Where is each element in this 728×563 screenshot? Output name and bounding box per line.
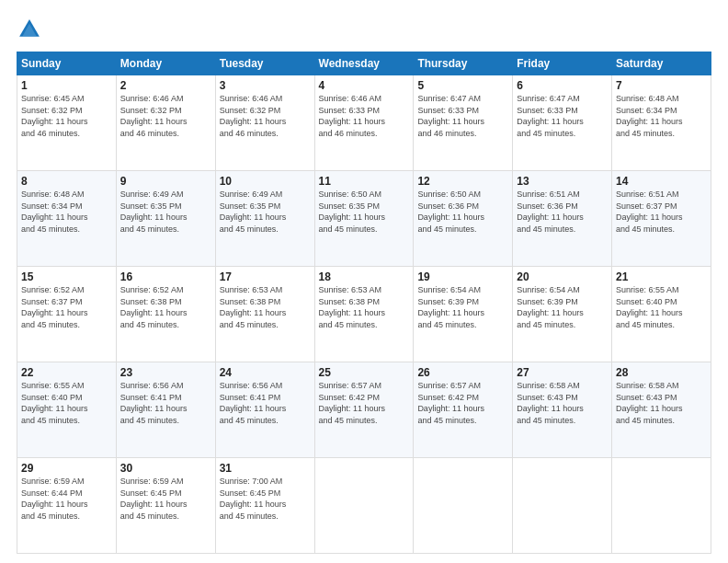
day-number: 6 — [517, 79, 608, 92]
day-number: 23 — [120, 366, 211, 379]
day-number: 13 — [517, 175, 608, 188]
calendar-cell: 30 Sunrise: 6:59 AMSunset: 6:45 PMDaylig… — [116, 458, 215, 554]
calendar-cell: 27 Sunrise: 6:58 AMSunset: 6:43 PMDaylig… — [513, 362, 612, 458]
calendar-table: SundayMondayTuesdayWednesdayThursdayFrid… — [17, 52, 711, 554]
calendar-cell: 13 Sunrise: 6:51 AMSunset: 6:36 PMDaylig… — [513, 171, 612, 267]
calendar-cell: 9 Sunrise: 6:49 AMSunset: 6:35 PMDayligh… — [116, 171, 215, 267]
weekday-label: Tuesday — [215, 52, 314, 75]
day-detail: Sunrise: 6:52 AMSunset: 6:38 PMDaylight:… — [120, 285, 188, 329]
calendar-cell: 2 Sunrise: 6:46 AMSunset: 6:32 PMDayligh… — [116, 75, 215, 171]
logo-icon — [17, 17, 42, 42]
weekday-label: Friday — [513, 52, 612, 75]
weekday-label: Sunday — [17, 52, 117, 75]
day-number: 4 — [319, 79, 410, 92]
calendar-cell — [612, 458, 711, 554]
day-detail: Sunrise: 6:56 AMSunset: 6:41 PMDaylight:… — [120, 381, 188, 425]
calendar-cell: 26 Sunrise: 6:57 AMSunset: 6:42 PMDaylig… — [414, 362, 513, 458]
calendar-cell: 14 Sunrise: 6:51 AMSunset: 6:37 PMDaylig… — [612, 171, 711, 267]
calendar-cell: 10 Sunrise: 6:49 AMSunset: 6:35 PMDaylig… — [215, 171, 314, 267]
day-number: 30 — [120, 462, 211, 475]
logo — [17, 17, 44, 42]
calendar-week-row: 1 Sunrise: 6:45 AMSunset: 6:32 PMDayligh… — [17, 75, 711, 171]
calendar-cell: 4 Sunrise: 6:46 AMSunset: 6:33 PMDayligh… — [314, 75, 414, 171]
calendar-cell: 18 Sunrise: 6:53 AMSunset: 6:38 PMDaylig… — [314, 267, 414, 362]
day-number: 12 — [417, 175, 508, 188]
day-number: 16 — [120, 270, 211, 283]
day-detail: Sunrise: 6:59 AMSunset: 6:44 PMDaylight:… — [21, 477, 88, 521]
day-number: 17 — [220, 270, 311, 283]
day-number: 28 — [616, 366, 707, 379]
day-number: 10 — [220, 175, 311, 188]
calendar-cell: 31 Sunrise: 7:00 AMSunset: 6:45 PMDaylig… — [215, 458, 314, 554]
day-number: 11 — [319, 175, 410, 188]
day-detail: Sunrise: 6:50 AMSunset: 6:36 PMDaylight:… — [417, 190, 484, 234]
weekday-label: Saturday — [612, 52, 711, 75]
day-detail: Sunrise: 6:46 AMSunset: 6:33 PMDaylight:… — [319, 94, 386, 138]
day-number: 27 — [517, 366, 608, 379]
calendar-cell: 1 Sunrise: 6:45 AMSunset: 6:32 PMDayligh… — [17, 75, 117, 171]
calendar-body: 1 Sunrise: 6:45 AMSunset: 6:32 PMDayligh… — [17, 75, 711, 554]
day-detail: Sunrise: 6:57 AMSunset: 6:42 PMDaylight:… — [417, 381, 484, 425]
day-number: 29 — [21, 462, 112, 475]
day-detail: Sunrise: 6:51 AMSunset: 6:37 PMDaylight:… — [616, 190, 683, 234]
calendar-cell: 8 Sunrise: 6:48 AMSunset: 6:34 PMDayligh… — [17, 171, 117, 267]
calendar-header: SundayMondayTuesdayWednesdayThursdayFrid… — [17, 52, 711, 75]
calendar-cell: 23 Sunrise: 6:56 AMSunset: 6:41 PMDaylig… — [116, 362, 215, 458]
calendar-cell: 29 Sunrise: 6:59 AMSunset: 6:44 PMDaylig… — [17, 458, 117, 554]
calendar-cell: 25 Sunrise: 6:57 AMSunset: 6:42 PMDaylig… — [314, 362, 414, 458]
calendar-cell: 16 Sunrise: 6:52 AMSunset: 6:38 PMDaylig… — [116, 267, 215, 362]
calendar-cell: 24 Sunrise: 6:56 AMSunset: 6:41 PMDaylig… — [215, 362, 314, 458]
calendar-cell — [314, 458, 414, 554]
day-number: 31 — [220, 462, 311, 475]
day-detail: Sunrise: 6:50 AMSunset: 6:35 PMDaylight:… — [319, 190, 386, 234]
day-number: 21 — [616, 270, 707, 283]
calendar-cell: 19 Sunrise: 6:54 AMSunset: 6:39 PMDaylig… — [414, 267, 513, 362]
day-detail: Sunrise: 6:54 AMSunset: 6:39 PMDaylight:… — [517, 285, 584, 329]
calendar-cell: 3 Sunrise: 6:46 AMSunset: 6:32 PMDayligh… — [215, 75, 314, 171]
day-detail: Sunrise: 6:48 AMSunset: 6:34 PMDaylight:… — [21, 190, 88, 234]
calendar-cell: 20 Sunrise: 6:54 AMSunset: 6:39 PMDaylig… — [513, 267, 612, 362]
calendar-cell: 5 Sunrise: 6:47 AMSunset: 6:33 PMDayligh… — [414, 75, 513, 171]
calendar-week-row: 22 Sunrise: 6:55 AMSunset: 6:40 PMDaylig… — [17, 362, 711, 458]
header — [17, 17, 711, 42]
day-detail: Sunrise: 6:54 AMSunset: 6:39 PMDaylight:… — [417, 285, 484, 329]
day-detail: Sunrise: 6:47 AMSunset: 6:33 PMDaylight:… — [517, 94, 584, 138]
calendar-cell: 17 Sunrise: 6:53 AMSunset: 6:38 PMDaylig… — [215, 267, 314, 362]
calendar-week-row: 8 Sunrise: 6:48 AMSunset: 6:34 PMDayligh… — [17, 171, 711, 267]
day-number: 15 — [21, 270, 112, 283]
calendar-cell: 15 Sunrise: 6:52 AMSunset: 6:37 PMDaylig… — [17, 267, 117, 362]
calendar-cell — [513, 458, 612, 554]
calendar-week-row: 29 Sunrise: 6:59 AMSunset: 6:44 PMDaylig… — [17, 458, 711, 554]
day-detail: Sunrise: 6:56 AMSunset: 6:41 PMDaylight:… — [220, 381, 287, 425]
day-number: 3 — [220, 79, 311, 92]
calendar-cell: 28 Sunrise: 6:58 AMSunset: 6:43 PMDaylig… — [612, 362, 711, 458]
day-detail: Sunrise: 6:45 AMSunset: 6:32 PMDaylight:… — [21, 94, 88, 138]
day-number: 9 — [120, 175, 211, 188]
day-number: 5 — [417, 79, 508, 92]
day-number: 14 — [616, 175, 707, 188]
day-number: 25 — [319, 366, 410, 379]
calendar-cell: 7 Sunrise: 6:48 AMSunset: 6:34 PMDayligh… — [612, 75, 711, 171]
calendar-cell: 12 Sunrise: 6:50 AMSunset: 6:36 PMDaylig… — [414, 171, 513, 267]
calendar-cell — [414, 458, 513, 554]
weekday-label: Monday — [116, 52, 215, 75]
calendar-cell: 6 Sunrise: 6:47 AMSunset: 6:33 PMDayligh… — [513, 75, 612, 171]
day-number: 7 — [616, 79, 707, 92]
day-detail: Sunrise: 6:53 AMSunset: 6:38 PMDaylight:… — [220, 285, 287, 329]
day-detail: Sunrise: 7:00 AMSunset: 6:45 PMDaylight:… — [220, 477, 287, 521]
day-detail: Sunrise: 6:48 AMSunset: 6:34 PMDaylight:… — [616, 94, 683, 138]
day-number: 1 — [21, 79, 112, 92]
day-detail: Sunrise: 6:51 AMSunset: 6:36 PMDaylight:… — [517, 190, 584, 234]
day-detail: Sunrise: 6:58 AMSunset: 6:43 PMDaylight:… — [616, 381, 683, 425]
day-number: 8 — [21, 175, 112, 188]
day-number: 26 — [417, 366, 508, 379]
day-detail: Sunrise: 6:53 AMSunset: 6:38 PMDaylight:… — [319, 285, 386, 329]
day-detail: Sunrise: 6:55 AMSunset: 6:40 PMDaylight:… — [616, 285, 683, 329]
day-detail: Sunrise: 6:46 AMSunset: 6:32 PMDaylight:… — [120, 94, 188, 138]
calendar-cell: 11 Sunrise: 6:50 AMSunset: 6:35 PMDaylig… — [314, 171, 414, 267]
day-number: 24 — [220, 366, 311, 379]
day-detail: Sunrise: 6:46 AMSunset: 6:32 PMDaylight:… — [220, 94, 287, 138]
day-detail: Sunrise: 6:52 AMSunset: 6:37 PMDaylight:… — [21, 285, 88, 329]
day-detail: Sunrise: 6:49 AMSunset: 6:35 PMDaylight:… — [220, 190, 287, 234]
day-number: 22 — [21, 366, 112, 379]
